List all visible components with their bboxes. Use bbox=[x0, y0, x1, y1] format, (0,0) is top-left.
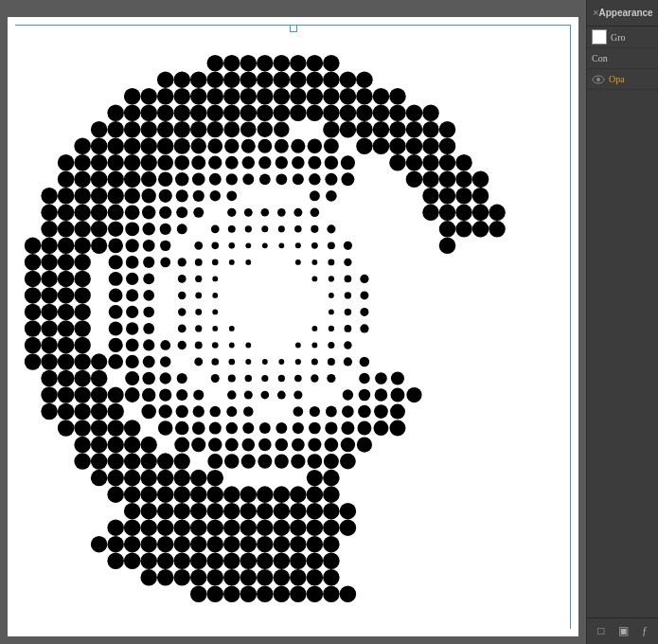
svg-point-12 bbox=[223, 71, 240, 88]
panel-fx-icon[interactable]: ƒ bbox=[642, 624, 648, 638]
svg-point-32 bbox=[307, 88, 324, 105]
svg-point-161 bbox=[439, 188, 456, 205]
svg-point-122 bbox=[455, 154, 472, 171]
panel-new-item-icon[interactable]: □ bbox=[597, 624, 604, 638]
svg-point-493 bbox=[257, 519, 274, 536]
svg-point-260 bbox=[74, 287, 91, 304]
svg-point-440 bbox=[258, 455, 272, 469]
svg-point-283 bbox=[25, 320, 42, 337]
svg-point-58 bbox=[91, 121, 108, 138]
svg-point-47 bbox=[257, 104, 274, 121]
svg-point-262 bbox=[126, 289, 138, 301]
svg-point-497 bbox=[323, 519, 340, 536]
svg-point-534 bbox=[240, 569, 258, 586]
svg-point-517 bbox=[157, 552, 174, 569]
svg-point-484 bbox=[107, 519, 124, 536]
svg-point-347 bbox=[278, 375, 285, 382]
svg-point-252 bbox=[212, 276, 218, 281]
svg-point-336 bbox=[58, 370, 75, 387]
panel-row-contents: Con bbox=[587, 48, 658, 69]
svg-point-477 bbox=[240, 503, 258, 520]
svg-point-463 bbox=[223, 486, 240, 503]
svg-point-339 bbox=[125, 371, 139, 385]
svg-point-113 bbox=[276, 156, 288, 169]
svg-point-244 bbox=[41, 271, 58, 288]
svg-point-174 bbox=[227, 208, 236, 217]
svg-point-324 bbox=[194, 358, 203, 367]
svg-point-29 bbox=[257, 88, 274, 105]
svg-point-1 bbox=[223, 55, 240, 72]
svg-point-353 bbox=[391, 371, 404, 385]
svg-point-318 bbox=[74, 353, 91, 370]
svg-point-350 bbox=[327, 374, 335, 383]
panel-row-opacity[interactable]: Opa bbox=[587, 69, 658, 90]
svg-point-160 bbox=[422, 188, 439, 205]
svg-point-342 bbox=[177, 373, 187, 384]
svg-point-266 bbox=[212, 293, 218, 298]
svg-point-45 bbox=[223, 104, 240, 121]
svg-point-284 bbox=[41, 320, 58, 337]
svg-point-348 bbox=[294, 375, 302, 383]
svg-point-372 bbox=[390, 388, 404, 402]
svg-point-444 bbox=[324, 454, 339, 469]
svg-point-82 bbox=[140, 137, 157, 154]
svg-point-496 bbox=[307, 519, 324, 536]
svg-point-140 bbox=[341, 172, 354, 186]
svg-point-373 bbox=[406, 387, 421, 402]
svg-point-75 bbox=[406, 121, 423, 138]
svg-point-146 bbox=[41, 188, 58, 205]
svg-point-132 bbox=[209, 173, 222, 186]
svg-point-391 bbox=[374, 404, 388, 419]
svg-point-502 bbox=[140, 536, 157, 553]
svg-point-265 bbox=[195, 292, 202, 298]
svg-point-441 bbox=[275, 455, 289, 469]
svg-point-453 bbox=[207, 470, 223, 486]
svg-point-10 bbox=[190, 71, 207, 88]
svg-point-110 bbox=[225, 156, 239, 170]
svg-point-289 bbox=[143, 323, 154, 334]
svg-point-182 bbox=[455, 205, 472, 222]
svg-point-25 bbox=[190, 88, 207, 105]
svg-point-532 bbox=[207, 569, 224, 586]
svg-point-98 bbox=[422, 137, 439, 154]
svg-point-418 bbox=[174, 438, 189, 453]
svg-point-297 bbox=[360, 324, 368, 332]
panel-duplicate-icon[interactable]: ▣ bbox=[618, 624, 629, 638]
svg-point-126 bbox=[107, 171, 124, 188]
svg-point-119 bbox=[406, 154, 423, 171]
svg-point-321 bbox=[126, 355, 139, 368]
svg-point-76 bbox=[422, 121, 439, 138]
svg-point-208 bbox=[58, 238, 75, 255]
svg-point-138 bbox=[309, 173, 320, 185]
svg-point-165 bbox=[58, 205, 75, 222]
svg-point-13 bbox=[240, 71, 258, 88]
svg-point-511 bbox=[290, 536, 307, 553]
svg-point-214 bbox=[160, 241, 170, 251]
svg-point-331 bbox=[311, 358, 318, 365]
svg-point-116 bbox=[325, 156, 339, 170]
svg-point-133 bbox=[226, 173, 238, 185]
opacity-label[interactable]: Opa bbox=[609, 74, 625, 84]
svg-point-22 bbox=[140, 88, 157, 105]
svg-point-319 bbox=[91, 353, 107, 369]
svg-point-234 bbox=[178, 258, 187, 266]
svg-point-65 bbox=[207, 121, 223, 137]
svg-point-370 bbox=[359, 389, 371, 402]
svg-point-323 bbox=[160, 356, 170, 367]
svg-point-127 bbox=[124, 171, 141, 188]
svg-point-448 bbox=[124, 470, 141, 487]
svg-point-471 bbox=[140, 503, 157, 520]
svg-point-526 bbox=[307, 552, 324, 569]
group-color-swatch[interactable] bbox=[592, 29, 607, 45]
svg-point-59 bbox=[107, 121, 124, 138]
svg-point-291 bbox=[195, 325, 202, 331]
visibility-eye-icon[interactable] bbox=[592, 75, 605, 84]
svg-point-500 bbox=[107, 536, 124, 553]
svg-point-121 bbox=[439, 154, 456, 171]
svg-point-89 bbox=[258, 139, 272, 153]
svg-point-216 bbox=[211, 242, 219, 250]
svg-point-371 bbox=[375, 388, 388, 402]
svg-point-490 bbox=[207, 519, 224, 536]
svg-point-383 bbox=[209, 406, 221, 418]
svg-point-451 bbox=[173, 470, 190, 487]
